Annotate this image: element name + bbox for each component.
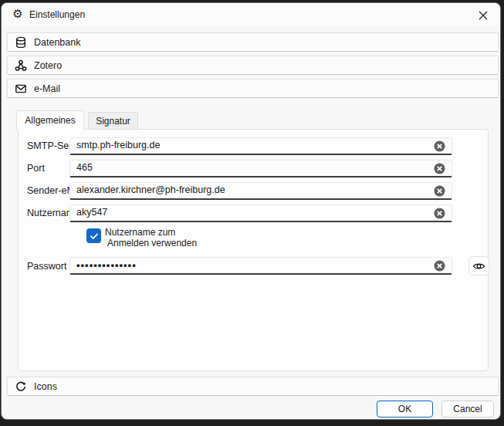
sender-email-input[interactable] <box>70 183 431 198</box>
refresh-icon <box>15 380 27 393</box>
sender-email-field-wrap <box>69 182 452 200</box>
title-bar: ⚙ Einstellungen <box>2 3 500 26</box>
section-icons[interactable]: Icons <box>7 377 499 396</box>
use-username-label-line1: Nutzername zum <box>105 227 175 238</box>
gear-icon: ⚙ <box>12 8 24 20</box>
settings-dialog: ⚙ Einstellungen Datenbank Zotero e-Mail <box>1 2 501 420</box>
ok-button[interactable]: OK <box>377 401 433 418</box>
tab-pane-allgemeines: SMTP-Server Port Sender-eMail Nutzername <box>18 129 489 371</box>
eye-icon <box>472 261 485 272</box>
ok-button-label: OK <box>398 404 411 414</box>
clear-username-icon[interactable] <box>434 208 445 219</box>
section-zotero[interactable]: Zotero <box>7 56 499 75</box>
port-label: Port <box>27 163 45 174</box>
section-email[interactable]: e-Mail <box>7 79 499 98</box>
smtp-server-input[interactable] <box>70 138 431 154</box>
password-input[interactable] <box>70 258 431 273</box>
password-field-wrap <box>69 257 452 275</box>
clear-smtp-icon[interactable] <box>434 140 445 152</box>
database-icon <box>15 36 27 49</box>
tab-allgemeines[interactable]: Allgemeines <box>16 110 84 130</box>
username-input[interactable] <box>70 205 431 221</box>
clear-port-icon[interactable] <box>434 163 445 174</box>
tab-signatur-label: Signatur <box>96 116 130 127</box>
envelope-icon <box>15 83 27 95</box>
clear-sender-icon[interactable] <box>434 185 445 197</box>
section-datenbank[interactable]: Datenbank <box>7 32 499 52</box>
port-input[interactable] <box>70 161 431 176</box>
clear-password-icon[interactable] <box>434 260 445 272</box>
checkmark-icon <box>90 232 99 241</box>
tab-allgemeines-label: Allgemeines <box>25 115 75 126</box>
password-label: Passwort <box>27 261 66 272</box>
zotero-knot-icon <box>15 59 27 72</box>
reveal-password-button[interactable] <box>468 256 489 276</box>
close-icon[interactable] <box>476 8 490 22</box>
use-username-checkbox[interactable] <box>86 228 101 243</box>
section-label-icons: Icons <box>34 381 57 392</box>
cancel-button[interactable]: Cancel <box>441 401 494 418</box>
cancel-button-label: Cancel <box>453 404 482 414</box>
smtp-server-field-wrap <box>69 137 452 155</box>
username-field-wrap <box>69 205 452 222</box>
window-title: Einstellungen <box>29 9 85 20</box>
section-label-datenbank: Datenbank <box>34 37 80 48</box>
tab-signatur[interactable]: Signatur <box>88 112 138 130</box>
use-username-label-line2: Anmelden verwenden <box>107 238 197 248</box>
section-label-zotero: Zotero <box>34 60 62 71</box>
section-label-email: e-Mail <box>34 83 60 94</box>
port-field-wrap <box>69 160 452 178</box>
